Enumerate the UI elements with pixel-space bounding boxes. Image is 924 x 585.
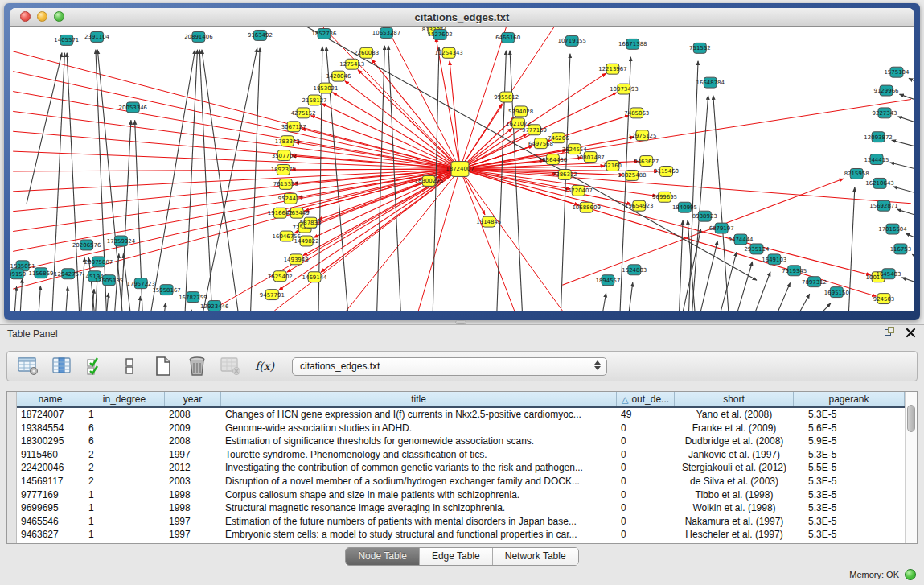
cell-pagerank: 5.3E-5: [794, 501, 905, 515]
cell-title: Estimation of significance thresholds fo…: [221, 435, 617, 448]
table-select-dropdown[interactable]: citations_edges.txt: [292, 357, 607, 376]
graph-node-label: 3624554: [562, 146, 588, 153]
column-header-year[interactable]: year: [165, 392, 221, 406]
row-gutter: [7, 392, 17, 543]
cell-title: Corpus callosum shape and size in male p…: [221, 488, 617, 502]
table-row[interactable]: 1830029562008Estimation of significance …: [17, 435, 905, 448]
float-panel-icon[interactable]: [885, 327, 896, 338]
graph-node-label: 1621072: [506, 121, 531, 127]
graph-node-label: 9463627: [634, 159, 659, 165]
cell-short: Jankovic et al. (1997): [675, 448, 794, 462]
graph-node-label: 1275413: [339, 61, 364, 68]
cell-year: 1998: [165, 488, 221, 502]
cell-pagerank: 5.3E-5: [794, 448, 905, 462]
cell-short: Nakamura et al. (1997): [675, 515, 794, 529]
memory-status-label: Memory: OK: [849, 570, 899, 579]
graph-node-label: 8938923: [692, 213, 717, 220]
network-window-titlebar[interactable]: citations_edges.txt: [10, 8, 914, 27]
table-row[interactable]: 977716911998Corpus callosum shape and si…: [17, 488, 905, 502]
table-row[interactable]: 1872400712008Changes of HCN gene express…: [17, 408, 905, 422]
table-row[interactable]: 1938455462009Genome-wide association stu…: [17, 422, 905, 435]
graph-node-label: 116753: [890, 246, 912, 253]
delete-icon[interactable]: [186, 355, 208, 377]
network-view-window: citations_edges.txt 18724007183002952260…: [4, 3, 920, 320]
cell-year: 2008: [165, 408, 221, 422]
cell-in_degree: 2: [84, 461, 165, 475]
graph-node-label: 17957223: [127, 281, 155, 287]
table-row[interactable]: 946362711997Embryonic stem cells: a mode…: [17, 528, 905, 542]
graph-node-label: 18724007: [446, 166, 474, 172]
cell-name: 22420046: [17, 461, 84, 475]
minimize-button[interactable]: [37, 11, 47, 22]
scrollbar-thumb[interactable]: [907, 405, 915, 432]
cell-out_degree: 0: [617, 515, 675, 529]
table-row[interactable]: 946554611997Estimation of the future num…: [17, 515, 905, 529]
table-scrollbar[interactable]: [905, 392, 917, 543]
graph-node-label: 1853021: [313, 85, 338, 92]
table-row[interactable]: 969969511998Structural magnetic resonanc…: [17, 501, 905, 515]
graph-node-label: 587833: [300, 220, 322, 226]
new-table-icon[interactable]: [152, 355, 175, 377]
cell-title: Disruption of a novel member of a sodium…: [221, 475, 617, 488]
graph-node-label: 20891406: [184, 34, 212, 40]
tab-node-table[interactable]: Node Table: [346, 548, 420, 565]
graph-node-label: 3507702: [272, 153, 297, 159]
graph-node-label: 1914845: [476, 219, 501, 225]
graph-node-label: 2935114: [744, 246, 770, 253]
column-header-title[interactable]: title: [221, 392, 617, 406]
tab-network-table[interactable]: Network Table: [493, 548, 578, 565]
table-row[interactable]: 1456911722003Disruption of a novel membe…: [17, 475, 905, 488]
cell-short: Stergiakouli et al. (2012): [675, 461, 794, 475]
cell-name: 18300295: [17, 435, 84, 448]
cell-out_degree: 49: [617, 408, 675, 422]
cell-in_degree: 1: [84, 515, 165, 529]
function-builder-icon[interactable]: f(x): [253, 355, 276, 377]
table-panel: Table Panel: [0, 324, 924, 585]
row-height-icon[interactable]: [118, 355, 141, 377]
column-header-short[interactable]: short: [675, 392, 794, 406]
close-panel-icon[interactable]: [906, 328, 916, 338]
graph-node-label: 5794028: [508, 109, 533, 115]
zoom-button[interactable]: [54, 11, 64, 22]
cell-short: Tibbo et al. (1998): [675, 488, 794, 502]
tab-edge-table[interactable]: Edge Table: [420, 548, 493, 565]
cell-pagerank: 5.3E-5: [794, 475, 905, 488]
graph-node-label: 15692871: [869, 203, 897, 209]
selection-mode-icon[interactable]: [84, 355, 107, 377]
graph-node-label: 7615333: [273, 181, 298, 187]
graph-node-label: 1244415: [864, 157, 889, 163]
graph-node-label: 9163492: [248, 32, 273, 39]
graph-node-label: 10688609: [572, 204, 600, 211]
network-graph-canvas[interactable]: 1872400718300295226008312754131420046185…: [10, 27, 914, 311]
graph-node-label: 2391104: [84, 34, 110, 40]
graph-node-label: 1469144: [302, 274, 328, 281]
table-row[interactable]: 2242004622012Investigating the contribut…: [17, 461, 905, 475]
graph-node-label: 20364486: [539, 157, 567, 163]
graph-node-label: 10719155: [558, 38, 586, 44]
graph-node-label: 1649103: [762, 257, 786, 263]
status-bar: Memory: OK: [0, 565, 924, 585]
graph-node-label: 10025488: [618, 172, 646, 179]
dropdown-arrows-icon: [594, 360, 601, 370]
cell-title: Structural magnetic resonance image aver…: [221, 501, 617, 515]
cell-year: 1998: [165, 501, 221, 515]
column-settings-icon[interactable]: [51, 355, 73, 377]
column-header-pagerank[interactable]: pagerank: [794, 392, 905, 406]
graph-node-label: 7625402: [268, 274, 293, 280]
delete-table-icon[interactable]: [220, 355, 242, 377]
column-header-in_degree[interactable]: in_degree: [84, 392, 165, 406]
table-row[interactable]: 911546021997Tourette syndrome. Phenomeno…: [17, 448, 905, 462]
graph-node-label: 9524417: [278, 196, 303, 202]
column-header-out_degree[interactable]: △out_de...: [617, 392, 675, 406]
table-settings-icon[interactable]: [17, 355, 39, 377]
close-button[interactable]: [20, 11, 31, 22]
graph-node-label: 1840995: [672, 204, 697, 211]
cell-name: 9463627: [17, 528, 84, 542]
cell-year: 2003: [165, 475, 221, 488]
graph-node-label: 16648784: [696, 80, 725, 86]
cell-short: de Silva et al. (2003): [675, 475, 794, 488]
column-header-name[interactable]: name: [17, 392, 84, 406]
graph-node-label: 10807487: [576, 154, 604, 161]
table-toolbar: f(x) citations_edges.txt: [6, 351, 918, 381]
graph-node-label: 2158127: [302, 97, 327, 104]
